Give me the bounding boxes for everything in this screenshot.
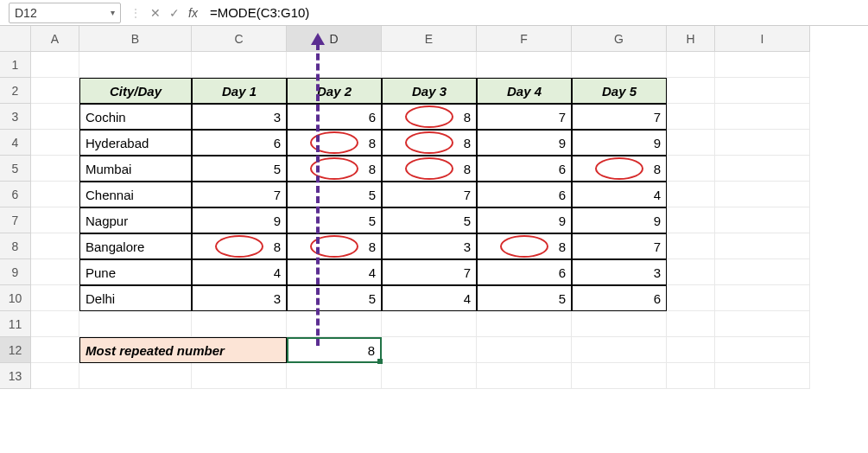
cell-A11[interactable] [31,311,79,337]
col-header-A[interactable]: A [31,26,79,52]
cell-G9[interactable]: 3 [572,259,667,285]
cell-C3[interactable]: 3 [192,104,287,130]
cell-I5[interactable] [715,156,810,182]
cell-I3[interactable] [715,104,810,130]
cell-C10[interactable]: 3 [192,285,287,311]
cell-F12[interactable] [477,337,572,363]
cell-D10[interactable]: 5 [287,285,382,311]
row-header-1[interactable]: 1 [0,52,31,78]
cell-B1[interactable] [79,52,192,78]
cell-D12[interactable]: 8 [287,337,382,363]
cell-H5[interactable] [667,156,715,182]
cell-H7[interactable] [667,207,715,233]
spreadsheet-grid[interactable]: A B C D E F G H I 1 2 City/Day Day 1 Day… [0,26,868,389]
cell-C9[interactable]: 4 [192,259,287,285]
cell-D1[interactable] [287,52,382,78]
cell-E4[interactable]: 8 [382,130,477,156]
cell-D8[interactable]: 8 [287,233,382,259]
header-day4[interactable]: Day 4 [477,78,572,104]
cell-I7[interactable] [715,207,810,233]
header-day5[interactable]: Day 5 [572,78,667,104]
cell-I6[interactable] [715,182,810,207]
formula-input[interactable] [205,3,859,23]
cell-E6[interactable]: 7 [382,182,477,207]
row-header-9[interactable]: 9 [0,259,31,285]
col-header-C[interactable]: C [192,26,287,52]
cell-I8[interactable] [715,233,810,259]
cell-E12[interactable] [382,337,477,363]
cell-F3[interactable]: 7 [477,104,572,130]
label-most-repeated[interactable]: Most repeated number [79,337,287,363]
row-header-2[interactable]: 2 [0,78,31,104]
cell-A13[interactable] [31,363,79,389]
cell-C1[interactable] [192,52,287,78]
cell-H8[interactable] [667,233,715,259]
col-header-B[interactable]: B [79,26,192,52]
cell-H2[interactable] [667,78,715,104]
cell-G5[interactable]: 8 [572,156,667,182]
row-header-3[interactable]: 3 [0,104,31,130]
cell-H9[interactable] [667,259,715,285]
city-cochin[interactable]: Cochin [79,104,192,130]
cell-H4[interactable] [667,130,715,156]
city-pune[interactable]: Pune [79,259,192,285]
cancel-icon[interactable]: ✕ [150,6,161,20]
chevron-down-icon[interactable]: ▾ [111,8,115,17]
cell-H3[interactable] [667,104,715,130]
cell-D6[interactable]: 5 [287,182,382,207]
cell-A4[interactable] [31,130,79,156]
cell-A8[interactable] [31,233,79,259]
cell-C4[interactable]: 6 [192,130,287,156]
row-header-5[interactable]: 5 [0,156,31,182]
cell-G10[interactable]: 6 [572,285,667,311]
cell-C7[interactable]: 9 [192,207,287,233]
col-header-E[interactable]: E [382,26,477,52]
city-nagpur[interactable]: Nagpur [79,207,192,233]
cell-D7[interactable]: 5 [287,207,382,233]
cell-D11[interactable] [287,311,382,337]
fx-icon[interactable]: fx [188,6,198,20]
cell-A5[interactable] [31,156,79,182]
col-header-H[interactable]: H [667,26,715,52]
cell-A9[interactable] [31,259,79,285]
cell-H12[interactable] [667,337,715,363]
col-header-D[interactable]: D [287,26,382,52]
cell-H13[interactable] [667,363,715,389]
row-header-13[interactable]: 13 [0,363,31,389]
cell-G11[interactable] [572,311,667,337]
header-city-day[interactable]: City/Day [79,78,192,104]
cell-F13[interactable] [477,363,572,389]
cell-I4[interactable] [715,130,810,156]
row-header-11[interactable]: 11 [0,311,31,337]
cell-D13[interactable] [287,363,382,389]
cell-E9[interactable]: 7 [382,259,477,285]
header-day2[interactable]: Day 2 [287,78,382,104]
cell-I1[interactable] [715,52,810,78]
cell-E11[interactable] [382,311,477,337]
city-hyderabad[interactable]: Hyderabad [79,130,192,156]
cell-F9[interactable]: 6 [477,259,572,285]
cell-D3[interactable]: 6 [287,104,382,130]
cell-F6[interactable]: 6 [477,182,572,207]
cell-G12[interactable] [572,337,667,363]
cell-C6[interactable]: 7 [192,182,287,207]
cell-E10[interactable]: 4 [382,285,477,311]
cell-G1[interactable] [572,52,667,78]
name-box[interactable]: D12 ▾ [9,3,121,23]
cell-F5[interactable]: 6 [477,156,572,182]
header-day3[interactable]: Day 3 [382,78,477,104]
cell-A10[interactable] [31,285,79,311]
cell-H11[interactable] [667,311,715,337]
cell-G7[interactable]: 9 [572,207,667,233]
cell-G8[interactable]: 7 [572,233,667,259]
cell-F10[interactable]: 5 [477,285,572,311]
cell-D9[interactable]: 4 [287,259,382,285]
row-header-12[interactable]: 12 [0,337,31,363]
city-chennai[interactable]: Chennai [79,182,192,207]
cell-H6[interactable] [667,182,715,207]
cell-E8[interactable]: 3 [382,233,477,259]
col-header-F[interactable]: F [477,26,572,52]
row-header-7[interactable]: 7 [0,207,31,233]
row-header-8[interactable]: 8 [0,233,31,259]
cell-G13[interactable] [572,363,667,389]
